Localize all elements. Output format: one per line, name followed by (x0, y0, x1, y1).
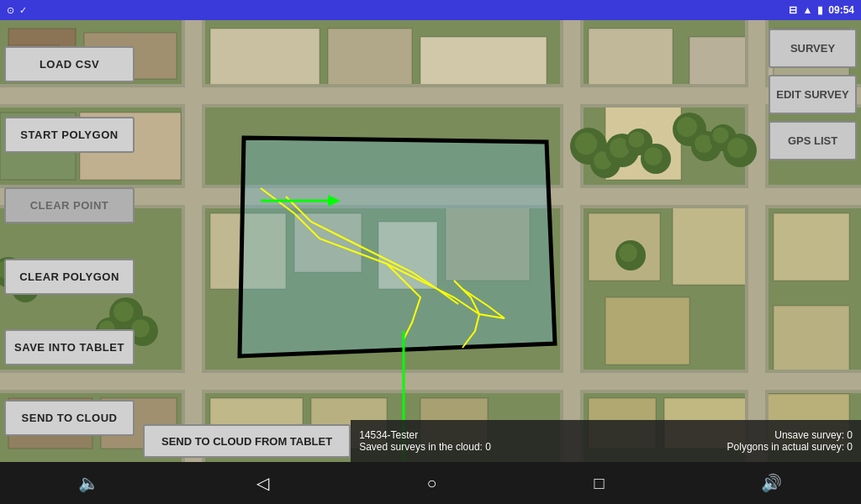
status-bar-right: ⊟ ▲ ▮ 09:54 (789, 4, 854, 16)
info-left: 14534-Tester Saved surveys in the cloud:… (359, 429, 605, 453)
volume-down-icon[interactable]: 🔈 (78, 473, 99, 493)
wifi-icon: ▲ (802, 4, 812, 16)
battery-icon: ▮ (817, 4, 823, 16)
start-polygon-button[interactable]: START POLYGON (4, 117, 135, 153)
clear-polygon-button[interactable]: CLEAR POLYGON (4, 259, 135, 295)
nav-bar: 🔈 ◁ ○ □ 🔊 (0, 462, 861, 504)
username: 14534-Tester (359, 429, 605, 441)
info-overlay: SEND TO CLOUD FROM TABLET 14534-Tester S… (0, 420, 861, 462)
save-tablet-button[interactable]: SAVE INTO TABLET (4, 329, 135, 365)
aerial-map (0, 20, 861, 462)
send-cloud-tablet-button[interactable]: SEND TO CLOUD FROM TABLET (143, 424, 351, 458)
saved-surveys: Saved surveys in the cloud: 0 (359, 441, 605, 453)
load-csv-button[interactable]: LOAD CSV (4, 46, 135, 82)
app-icon: ⊙ (7, 5, 14, 16)
back-icon[interactable]: ◁ (256, 473, 269, 493)
status-bar-left: ⊙ ✓ (7, 5, 27, 16)
edit-survey-button[interactable]: EDIT SURVEY (769, 75, 857, 114)
polygons-actual: Polygons in actual survey: 0 (606, 441, 853, 453)
time: 09:54 (828, 4, 854, 16)
recents-icon[interactable]: □ (594, 474, 604, 493)
right-sidebar: SURVEY EDIT SURVEY GPS LIST (764, 20, 861, 462)
notification-icon: ✓ (19, 5, 27, 16)
info-right: Unsave survey: 0 Polygons in actual surv… (606, 429, 853, 453)
volume-up-icon[interactable]: 🔊 (761, 473, 782, 493)
gps-list-button[interactable]: GPS LIST (769, 121, 857, 160)
home-icon[interactable]: ○ (426, 474, 436, 493)
unsave-survey: Unsave survey: 0 (606, 429, 853, 441)
cast-icon: ⊟ (789, 4, 797, 16)
clear-point-button[interactable]: CLEAR POINT (4, 187, 135, 223)
map-container: LOAD CSV START POLYGON CLEAR POINT CLEAR… (0, 20, 861, 462)
status-bar: ⊙ ✓ ⊟ ▲ ▮ 09:54 (0, 0, 861, 20)
info-panel: 14534-Tester Saved surveys in the cloud:… (351, 420, 861, 462)
survey-button[interactable]: SURVEY (769, 29, 857, 68)
